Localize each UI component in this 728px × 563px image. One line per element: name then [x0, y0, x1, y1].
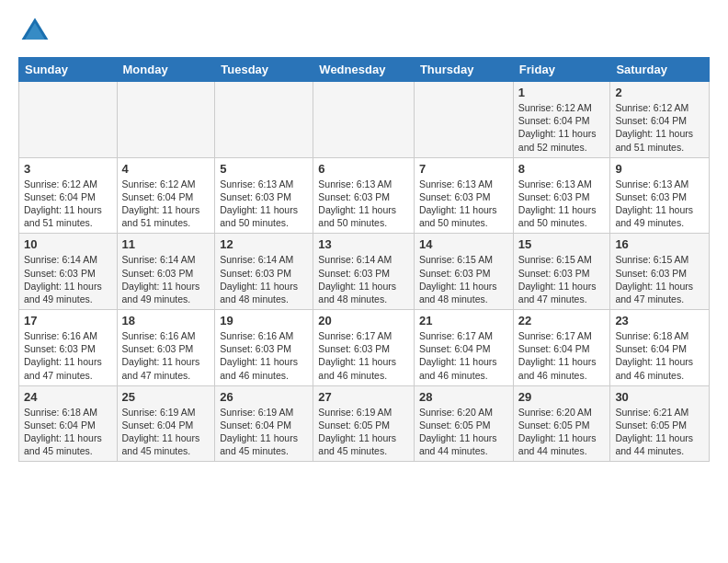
day-number: 4	[122, 162, 210, 176]
day-cell: 25Sunrise: 6:19 AM Sunset: 6:04 PM Dayli…	[117, 385, 215, 462]
day-number: 8	[518, 162, 606, 176]
day-number: 18	[122, 314, 210, 327]
day-cell: 20Sunrise: 6:17 AM Sunset: 6:03 PM Dayli…	[313, 310, 415, 386]
day-cell: 12Sunrise: 6:14 AM Sunset: 6:03 PM Dayli…	[215, 234, 313, 310]
day-number: 15	[518, 237, 606, 251]
day-cell: 27Sunrise: 6:19 AM Sunset: 6:05 PM Dayli…	[313, 385, 415, 462]
day-cell: 8Sunrise: 6:13 AM Sunset: 6:03 PM Daylig…	[513, 157, 610, 234]
day-number: 27	[318, 390, 409, 404]
day-cell: 19Sunrise: 6:16 AM Sunset: 6:03 PM Dayli…	[215, 310, 313, 386]
day-info: Sunrise: 6:18 AM Sunset: 6:04 PM Dayligh…	[24, 406, 112, 458]
day-number: 25	[122, 390, 210, 404]
weekday-header-sunday: Sunday	[19, 58, 118, 82]
day-cell	[19, 82, 118, 158]
weekday-header-saturday: Saturday	[610, 58, 710, 82]
weekday-header-row: SundayMondayTuesdayWednesdayThursdayFrid…	[19, 58, 710, 82]
logo	[18, 15, 57, 48]
day-info: Sunrise: 6:13 AM Sunset: 6:03 PM Dayligh…	[419, 178, 508, 230]
day-number: 20	[318, 314, 409, 327]
day-number: 26	[220, 390, 308, 404]
weekday-header-friday: Friday	[513, 58, 610, 82]
header	[18, 15, 710, 48]
day-info: Sunrise: 6:13 AM Sunset: 6:03 PM Dayligh…	[318, 178, 409, 230]
day-cell: 4Sunrise: 6:12 AM Sunset: 6:04 PM Daylig…	[117, 157, 215, 234]
logo-icon	[18, 15, 51, 48]
day-number: 3	[24, 162, 112, 176]
day-cell: 11Sunrise: 6:14 AM Sunset: 6:03 PM Dayli…	[117, 234, 215, 310]
day-number: 13	[318, 237, 409, 251]
day-cell: 2Sunrise: 6:12 AM Sunset: 6:04 PM Daylig…	[610, 82, 710, 158]
weekday-header-thursday: Thursday	[414, 58, 513, 82]
day-number: 23	[615, 314, 704, 327]
day-cell: 17Sunrise: 6:16 AM Sunset: 6:03 PM Dayli…	[19, 310, 118, 386]
day-info: Sunrise: 6:19 AM Sunset: 6:04 PM Dayligh…	[220, 406, 308, 458]
day-number: 30	[615, 390, 704, 404]
weekday-header-tuesday: Tuesday	[215, 58, 313, 82]
day-info: Sunrise: 6:15 AM Sunset: 6:03 PM Dayligh…	[419, 253, 508, 305]
day-cell: 23Sunrise: 6:18 AM Sunset: 6:04 PM Dayli…	[610, 310, 710, 386]
day-number: 12	[220, 237, 308, 251]
day-number: 22	[518, 314, 606, 327]
day-number: 1	[518, 86, 606, 99]
day-number: 17	[24, 314, 112, 327]
day-cell	[313, 82, 415, 158]
day-info: Sunrise: 6:12 AM Sunset: 6:04 PM Dayligh…	[24, 178, 112, 230]
day-cell	[215, 82, 313, 158]
day-cell: 1Sunrise: 6:12 AM Sunset: 6:04 PM Daylig…	[513, 82, 610, 158]
week-row-1: 1Sunrise: 6:12 AM Sunset: 6:04 PM Daylig…	[19, 82, 710, 158]
day-info: Sunrise: 6:15 AM Sunset: 6:03 PM Dayligh…	[615, 253, 704, 305]
day-cell	[414, 82, 513, 158]
day-info: Sunrise: 6:14 AM Sunset: 6:03 PM Dayligh…	[24, 253, 112, 305]
day-number: 28	[419, 390, 508, 404]
day-info: Sunrise: 6:13 AM Sunset: 6:03 PM Dayligh…	[518, 178, 606, 230]
day-cell: 9Sunrise: 6:13 AM Sunset: 6:03 PM Daylig…	[610, 157, 710, 234]
day-info: Sunrise: 6:12 AM Sunset: 6:04 PM Dayligh…	[518, 101, 606, 154]
day-number: 6	[318, 162, 409, 176]
day-cell: 14Sunrise: 6:15 AM Sunset: 6:03 PM Dayli…	[414, 234, 513, 310]
day-info: Sunrise: 6:17 AM Sunset: 6:04 PM Dayligh…	[518, 329, 606, 382]
day-cell: 29Sunrise: 6:20 AM Sunset: 6:05 PM Dayli…	[513, 385, 610, 462]
day-cell: 26Sunrise: 6:19 AM Sunset: 6:04 PM Dayli…	[215, 385, 313, 462]
day-info: Sunrise: 6:21 AM Sunset: 6:05 PM Dayligh…	[615, 406, 704, 458]
day-cell: 24Sunrise: 6:18 AM Sunset: 6:04 PM Dayli…	[19, 385, 118, 462]
weekday-header-monday: Monday	[117, 58, 215, 82]
day-info: Sunrise: 6:17 AM Sunset: 6:03 PM Dayligh…	[318, 329, 409, 382]
day-cell: 28Sunrise: 6:20 AM Sunset: 6:05 PM Dayli…	[414, 385, 513, 462]
day-number: 2	[615, 86, 704, 99]
day-info: Sunrise: 6:19 AM Sunset: 6:05 PM Dayligh…	[318, 406, 409, 458]
day-cell: 13Sunrise: 6:14 AM Sunset: 6:03 PM Dayli…	[313, 234, 415, 310]
day-number: 7	[419, 162, 508, 176]
day-cell: 15Sunrise: 6:15 AM Sunset: 6:03 PM Dayli…	[513, 234, 610, 310]
day-info: Sunrise: 6:14 AM Sunset: 6:03 PM Dayligh…	[220, 253, 308, 305]
day-cell: 22Sunrise: 6:17 AM Sunset: 6:04 PM Dayli…	[513, 310, 610, 386]
day-info: Sunrise: 6:12 AM Sunset: 6:04 PM Dayligh…	[122, 178, 210, 230]
week-row-5: 24Sunrise: 6:18 AM Sunset: 6:04 PM Dayli…	[19, 385, 710, 462]
day-cell	[117, 82, 215, 158]
day-info: Sunrise: 6:12 AM Sunset: 6:04 PM Dayligh…	[615, 101, 704, 154]
day-number: 24	[24, 390, 112, 404]
day-info: Sunrise: 6:13 AM Sunset: 6:03 PM Dayligh…	[220, 178, 308, 230]
day-info: Sunrise: 6:16 AM Sunset: 6:03 PM Dayligh…	[220, 329, 308, 382]
day-info: Sunrise: 6:18 AM Sunset: 6:04 PM Dayligh…	[615, 329, 704, 382]
day-number: 5	[220, 162, 308, 176]
day-info: Sunrise: 6:17 AM Sunset: 6:04 PM Dayligh…	[419, 329, 508, 382]
day-info: Sunrise: 6:13 AM Sunset: 6:03 PM Dayligh…	[615, 178, 704, 230]
weekday-header-wednesday: Wednesday	[313, 58, 415, 82]
day-number: 16	[615, 237, 704, 251]
day-info: Sunrise: 6:15 AM Sunset: 6:03 PM Dayligh…	[518, 253, 606, 305]
day-cell: 7Sunrise: 6:13 AM Sunset: 6:03 PM Daylig…	[414, 157, 513, 234]
week-row-4: 17Sunrise: 6:16 AM Sunset: 6:03 PM Dayli…	[19, 310, 710, 386]
week-row-3: 10Sunrise: 6:14 AM Sunset: 6:03 PM Dayli…	[19, 234, 710, 310]
day-cell: 5Sunrise: 6:13 AM Sunset: 6:03 PM Daylig…	[215, 157, 313, 234]
day-number: 10	[24, 237, 112, 251]
calendar: SundayMondayTuesdayWednesdayThursdayFrid…	[18, 57, 710, 462]
day-cell: 16Sunrise: 6:15 AM Sunset: 6:03 PM Dayli…	[610, 234, 710, 310]
page: SundayMondayTuesdayWednesdayThursdayFrid…	[0, 0, 728, 480]
day-cell: 30Sunrise: 6:21 AM Sunset: 6:05 PM Dayli…	[610, 385, 710, 462]
day-number: 11	[122, 237, 210, 251]
day-number: 29	[518, 390, 606, 404]
day-info: Sunrise: 6:14 AM Sunset: 6:03 PM Dayligh…	[318, 253, 409, 305]
day-number: 19	[220, 314, 308, 327]
day-cell: 21Sunrise: 6:17 AM Sunset: 6:04 PM Dayli…	[414, 310, 513, 386]
day-info: Sunrise: 6:16 AM Sunset: 6:03 PM Dayligh…	[24, 329, 112, 382]
